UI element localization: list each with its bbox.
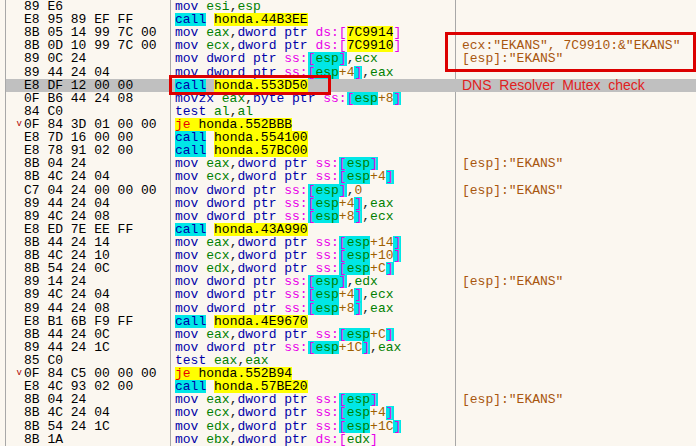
auto-comment xyxy=(455,92,696,105)
auto-comment xyxy=(455,328,696,341)
disasm-row[interactable]: 8B 4C 24 10mov ecx,dword ptr ss:[esp+10] xyxy=(0,249,696,262)
disasm-row[interactable]: 89 4C 24 04mov dword ptr ss:[esp+4],ecx xyxy=(0,288,696,301)
instruction-bytes: 8B 44 24 14 xyxy=(24,236,170,249)
disasm-row[interactable]: 89 0C 24mov dword ptr ss:[esp],ecx[esp]:… xyxy=(0,52,696,65)
instruction-bytes: 84 C0 xyxy=(24,105,170,118)
disasm-row[interactable]: 0F B6 44 24 08movzx eax,byte ptr ss:[esp… xyxy=(0,92,696,105)
gutter-cell xyxy=(0,393,24,406)
instruction-text: call honda.44B3EE xyxy=(170,13,455,26)
auto-comment xyxy=(455,380,696,393)
instruction-text: je honda.552B94 xyxy=(170,367,455,380)
disasm-row[interactable]: 8B 0D 10 99 7C 00mov ecx,dword ptr ds:[7… xyxy=(0,39,696,52)
disasm-row[interactable]: 89 44 24 04mov dword ptr ss:[esp+4],eax xyxy=(0,66,696,79)
instruction-bytes: 89 4C 24 08 xyxy=(24,210,170,223)
gutter-cell xyxy=(0,341,24,354)
auto-comment xyxy=(455,0,696,13)
disasm-row[interactable]: 8B 4C 24 04mov ecx,dword ptr ss:[esp+4] xyxy=(0,170,696,183)
auto-comment xyxy=(455,288,696,301)
instruction-text: movzx eax,byte ptr ss:[esp+8] xyxy=(170,92,455,105)
gutter-cell xyxy=(0,66,24,79)
disasm-row[interactable]: 89 4C 24 08mov dword ptr ss:[esp+8],ecx xyxy=(0,210,696,223)
auto-comment xyxy=(455,341,696,354)
disasm-row[interactable]: 89 44 24 08mov dword ptr ss:[esp+8],eax xyxy=(0,302,696,315)
disasm-row[interactable]: v0F 84 C5 00 00 00je honda.552B94 xyxy=(0,367,696,380)
auto-comment xyxy=(455,13,696,26)
instruction-bytes: 89 44 24 1C xyxy=(24,341,170,354)
disasm-row[interactable]: 89 E6mov esi,esp xyxy=(0,0,696,13)
disasm-row[interactable]: 84 C0test al,al xyxy=(0,105,696,118)
instruction-bytes: 8B 4C 24 04 xyxy=(24,170,170,183)
auto-comment xyxy=(455,118,696,131)
instruction-text: call honda.553D50 xyxy=(170,79,455,92)
disasm-row[interactable]: E8 95 89 EF FFcall honda.44B3EE xyxy=(0,13,696,26)
disasm-row[interactable]: 8B 54 24 1Cmov edx,dword ptr ss:[esp+1C] xyxy=(0,420,696,433)
instruction-text: mov ecx,dword ptr ss:[esp+10] xyxy=(170,249,455,262)
gutter-cell xyxy=(0,144,24,157)
instruction-text: mov eax,dword ptr ss:[esp+C] xyxy=(170,328,455,341)
gutter-cell xyxy=(0,433,24,446)
instruction-bytes: 89 4C 24 04 xyxy=(24,288,170,301)
auto-comment xyxy=(455,144,696,157)
instruction-bytes: 8B 54 24 1C xyxy=(24,420,170,433)
disasm-row[interactable]: 8B 05 14 99 7C 00mov eax,dword ptr ds:[7… xyxy=(0,26,696,39)
auto-comment: [esp]:"EKANS" xyxy=(455,393,696,406)
instruction-bytes: E8 4C 93 02 00 xyxy=(24,380,170,393)
gutter-cell xyxy=(0,210,24,223)
disasm-row[interactable]: 8B 04 24mov eax,dword ptr ss:[esp][esp]:… xyxy=(0,393,696,406)
auto-comment xyxy=(455,210,696,223)
instruction-bytes: 85 C0 xyxy=(24,354,170,367)
auto-comment xyxy=(455,170,696,183)
disasm-row[interactable]: E8 B1 6B F9 FFcall honda.4E9670 xyxy=(0,315,696,328)
disasm-row[interactable]: 8B 54 24 0Cmov edx,dword ptr ss:[esp+C] xyxy=(0,262,696,275)
auto-comment xyxy=(455,406,696,419)
gutter-cell xyxy=(0,131,24,144)
gutter-cell xyxy=(0,170,24,183)
disasm-row[interactable]: E8 78 91 02 00call honda.57BC00 xyxy=(0,144,696,157)
instruction-bytes: 0F 84 C5 00 00 00 xyxy=(24,367,170,380)
disasm-row[interactable]: v0F 84 3D 01 00 00je honda.552BBB xyxy=(0,118,696,131)
disasm-row[interactable]: 8B 44 24 0Cmov eax,dword ptr ss:[esp+C] xyxy=(0,328,696,341)
disasm-row[interactable]: E8 ED 7E EE FFcall honda.43A990 xyxy=(0,223,696,236)
disasm-row[interactable]: 8B 4C 24 04mov ecx,dword ptr ss:[esp+4] xyxy=(0,406,696,419)
gutter-cell xyxy=(0,0,24,13)
disasm-row[interactable]: 8B 04 24mov eax,dword ptr ss:[esp][esp]:… xyxy=(0,157,696,170)
disasm-row[interactable]: 89 44 24 1Cmov dword ptr ss:[esp+1C],eax xyxy=(0,341,696,354)
instruction-text: test al,al xyxy=(170,105,455,118)
auto-comment xyxy=(455,315,696,328)
disassembly-view: 89 E6mov esi,espE8 95 89 EF FFcall honda… xyxy=(0,0,696,446)
auto-comment xyxy=(455,354,696,367)
gutter-cell xyxy=(0,52,24,65)
disasm-row[interactable]: C7 04 24 00 00 00mov dword ptr ss:[esp],… xyxy=(0,184,696,197)
gutter-cell xyxy=(0,275,24,288)
auto-comment xyxy=(455,197,696,210)
auto-comment: ecx:"EKANS", 7C9910:&"EKANS" xyxy=(455,39,696,52)
gutter-cell xyxy=(0,197,24,210)
instruction-bytes: E8 95 89 EF FF xyxy=(24,13,170,26)
jump-down-icon: v xyxy=(0,118,24,131)
instruction-bytes: 0F 84 3D 01 00 00 xyxy=(24,118,170,131)
instruction-text: call honda.43A990 xyxy=(170,223,455,236)
disasm-row[interactable]: 89 14 24mov dword ptr ss:[esp],edx[esp]:… xyxy=(0,275,696,288)
gutter-cell xyxy=(0,79,24,92)
auto-comment xyxy=(455,367,696,380)
gutter-cell xyxy=(0,223,24,236)
disasm-row[interactable]: E8 7D 16 00 00call honda.554100 xyxy=(0,131,696,144)
disasm-row[interactable]: E8 4C 93 02 00call honda.57BE20 xyxy=(0,380,696,393)
auto-comment xyxy=(455,105,696,118)
gutter-cell xyxy=(0,262,24,275)
instruction-text: call honda.57BC00 xyxy=(170,144,455,157)
instruction-text: mov esi,esp xyxy=(170,0,455,13)
disasm-row[interactable]: 85 C0test eax,eax xyxy=(0,354,696,367)
disasm-row[interactable]: 8B 44 24 14mov eax,dword ptr ss:[esp+14] xyxy=(0,236,696,249)
disasm-row[interactable]: 89 44 24 04mov dword ptr ss:[esp+4],eax xyxy=(0,197,696,210)
disasm-row[interactable]: 8B 1Amov ebx,dword ptr ds:[edx] xyxy=(0,433,696,446)
instruction-bytes: 8B 04 24 xyxy=(24,157,170,170)
disasm-row-selected[interactable]: E8 DF 12 00 00call honda.553D50DNS_Resol… xyxy=(0,79,696,92)
instruction-bytes: E8 ED 7E EE FF xyxy=(24,223,170,236)
gutter-cell xyxy=(0,26,24,39)
auto-comment: [esp]:"EKANS" xyxy=(455,275,696,288)
gutter-cell xyxy=(0,380,24,393)
instruction-text: mov dword ptr ss:[esp+4],eax xyxy=(170,66,455,79)
instruction-text: mov eax,dword ptr ss:[esp+14] xyxy=(170,236,455,249)
instruction-bytes: 89 44 24 08 xyxy=(24,302,170,315)
